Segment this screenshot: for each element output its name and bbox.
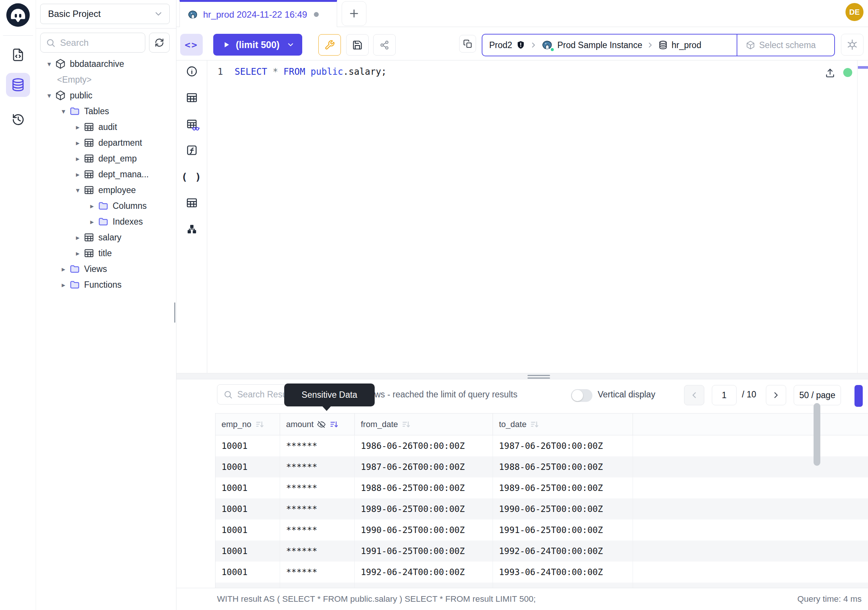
caret-right-icon[interactable]: ▸: [72, 170, 83, 179]
tree-item-bbdataarchive[interactable]: ▾bbdataarchive: [36, 56, 176, 72]
cell-amount[interactable]: ******: [280, 498, 355, 520]
tree-item-tables[interactable]: ▾Tables: [36, 103, 176, 119]
cell-amount[interactable]: ******: [280, 520, 355, 540]
tree-item-indexes[interactable]: ▸Indexes: [36, 214, 176, 230]
cell-to_date[interactable]: 1994-06-24T00:00:00Z: [493, 582, 633, 588]
schema-diagram-icon[interactable]: [186, 223, 198, 236]
cell-from_date[interactable]: 1988-06-25T00:00:00Z: [355, 477, 493, 498]
caret-right-icon[interactable]: ▸: [72, 123, 83, 132]
run-query-button[interactable]: (limit 500): [213, 34, 302, 56]
sort-icon[interactable]: [401, 419, 411, 429]
page-size-select[interactable]: 50 / page: [794, 385, 841, 405]
code-mode-button[interactable]: <>: [180, 34, 203, 56]
caret-down-icon[interactable]: ▾: [72, 186, 83, 194]
cell-from_date[interactable]: 1992-06-24T00:00:00Z: [355, 562, 493, 582]
cell-from_date[interactable]: 1990-06-25T00:00:00Z: [355, 520, 493, 540]
history-icon[interactable]: [6, 107, 30, 132]
caret-right-icon[interactable]: ▸: [58, 281, 69, 289]
cell-emp_no[interactable]: 10001: [215, 456, 280, 477]
save-button[interactable]: [346, 34, 369, 56]
next-page-button[interactable]: [766, 385, 786, 405]
tree-item-views[interactable]: ▸Views: [36, 261, 176, 277]
cell-emp_no[interactable]: 10001: [215, 435, 280, 456]
parentheses-icon[interactable]: ( ): [186, 170, 198, 183]
caret-right-icon[interactable]: ▸: [72, 249, 83, 258]
environment-segment[interactable]: Prod2: [489, 40, 525, 50]
sensitive-table-icon[interactable]: [186, 118, 198, 130]
cell-from_date[interactable]: 1989-06-25T00:00:00Z: [355, 498, 493, 520]
cell-amount[interactable]: ******: [280, 456, 355, 477]
editor-scrollbar-mark[interactable]: [858, 66, 868, 69]
format-sql-button[interactable]: [318, 34, 341, 56]
tree-item-empty[interactable]: <Empty>: [36, 72, 176, 87]
table-row[interactable]: 10001******1987-06-26T00:00:00Z1988-06-2…: [215, 456, 868, 477]
bytebase-logo[interactable]: [5, 2, 31, 28]
caret-right-icon[interactable]: ▸: [86, 217, 98, 226]
new-tab-button[interactable]: [342, 1, 366, 26]
sort-icon[interactable]: [530, 419, 539, 429]
cell-to_date[interactable]: 1991-06-25T00:00:00Z: [493, 520, 633, 540]
table-row[interactable]: 10001******1988-06-25T00:00:00Z1989-06-2…: [215, 477, 868, 498]
page-number-input[interactable]: 1: [712, 385, 736, 405]
tree-item-salary[interactable]: ▸salary: [36, 230, 176, 245]
table-icon[interactable]: [186, 91, 198, 104]
tree-item-title[interactable]: ▸title: [36, 245, 176, 261]
cell-amount[interactable]: ******: [280, 435, 355, 456]
cell-emp_no[interactable]: 10001: [215, 540, 280, 562]
cell-amount[interactable]: ******: [280, 582, 355, 588]
refresh-button[interactable]: [149, 33, 170, 53]
cell-to_date[interactable]: 1988-06-25T00:00:00Z: [493, 456, 633, 477]
info-icon[interactable]: [186, 65, 198, 78]
cell-emp_no[interactable]: 10001: [215, 477, 280, 498]
column-header-emp_no[interactable]: emp_no: [215, 414, 280, 435]
caret-right-icon[interactable]: ▸: [72, 154, 83, 163]
caret-down-icon[interactable]: ▾: [43, 91, 55, 100]
instance-segment[interactable]: Prod Sample Instance: [541, 39, 642, 51]
results-scrollbar-thumb[interactable]: [814, 403, 820, 466]
cell-amount[interactable]: ******: [280, 562, 355, 582]
cell-emp_no[interactable]: 10001: [215, 562, 280, 582]
vertical-display-toggle[interactable]: [571, 389, 592, 402]
cell-from_date[interactable]: 1991-06-25T00:00:00Z: [355, 540, 493, 562]
cell-from_date[interactable]: 1993-06-24T00:00:00Z: [355, 582, 493, 588]
table-row[interactable]: 10001******1986-06-26T00:00:00Z1987-06-2…: [215, 435, 868, 456]
cell-from_date[interactable]: 1987-06-26T00:00:00Z: [355, 456, 493, 477]
worksheet-icon[interactable]: [6, 43, 30, 67]
cell-to_date[interactable]: 1993-06-24T00:00:00Z: [493, 562, 633, 582]
caret-down-icon[interactable]: ▾: [43, 60, 55, 68]
panel-resize-handle[interactable]: [177, 373, 868, 379]
column-header-from_date[interactable]: from_date: [355, 414, 493, 435]
cell-amount[interactable]: ******: [280, 477, 355, 498]
share-button[interactable]: [373, 34, 396, 56]
table-row[interactable]: 10001******1992-06-24T00:00:00Z1993-06-2…: [215, 562, 868, 582]
export-button[interactable]: [854, 385, 863, 407]
sort-icon[interactable]: [329, 419, 339, 429]
cell-to_date[interactable]: 1987-06-26T00:00:00Z: [493, 435, 633, 456]
prev-page-button[interactable]: [684, 385, 704, 405]
table-row[interactable]: 10001******1991-06-25T00:00:00Z1992-06-2…: [215, 540, 868, 562]
cell-emp_no[interactable]: 10001: [215, 520, 280, 540]
sql-editor[interactable]: ( ) 1 SELECT * FROM public.salary;: [177, 61, 868, 373]
caret-right-icon[interactable]: ▸: [72, 139, 83, 147]
tree-item-columns[interactable]: ▸Columns: [36, 198, 176, 214]
tab-hr-prod[interactable]: hr_prod 2024-11-22 16:49: [180, 0, 337, 27]
column-header-amount[interactable]: amount: [280, 414, 355, 435]
table-row[interactable]: 10001******1990-06-25T00:00:00Z1991-06-2…: [215, 520, 868, 540]
cell-emp_no[interactable]: 10001: [215, 498, 280, 520]
cell-from_date[interactable]: 1986-06-26T00:00:00Z: [355, 435, 493, 456]
tree-item-public[interactable]: ▾public: [36, 87, 176, 103]
avatar[interactable]: DE: [845, 3, 863, 21]
cell-to_date[interactable]: 1989-06-25T00:00:00Z: [493, 477, 633, 498]
tree-item-dept-mana[interactable]: ▸dept_mana...: [36, 166, 176, 182]
database-icon[interactable]: [6, 73, 30, 97]
ai-assistant-button[interactable]: [841, 34, 863, 56]
database-segment[interactable]: hr_prod: [658, 40, 701, 50]
select-schema[interactable]: Select schema: [736, 34, 834, 56]
caret-down-icon[interactable]: ▾: [58, 107, 69, 116]
sidebar-search[interactable]: [40, 33, 145, 53]
table-icon-2[interactable]: [186, 196, 198, 209]
caret-right-icon[interactable]: ▸: [58, 265, 69, 273]
function-icon[interactable]: [186, 144, 198, 157]
sidebar-search-input[interactable]: [60, 37, 140, 48]
tree-item-department[interactable]: ▸department: [36, 135, 176, 151]
